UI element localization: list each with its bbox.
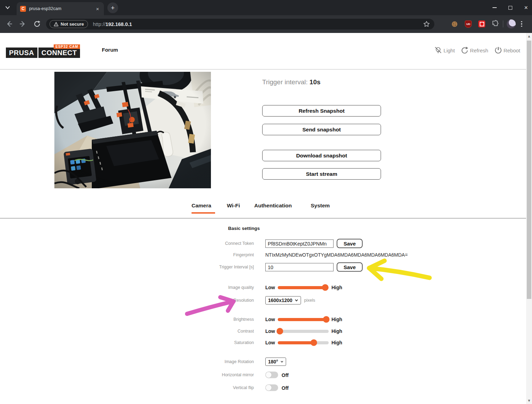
connect-token-row: Connect Token Save (0, 239, 526, 248)
slider-thumb[interactable] (311, 339, 317, 346)
tab-camera[interactable]: Camera (192, 203, 211, 209)
contrast-row: Contrast Low High (0, 326, 526, 336)
bookmark-star-icon[interactable] (423, 20, 430, 28)
profile-avatar[interactable] (507, 19, 516, 28)
image-rotation-select[interactable]: 180° (265, 358, 286, 366)
trigger-interval-value: 10s (310, 78, 321, 86)
window-minimize-icon[interactable] (493, 7, 497, 8)
horizontal-mirror-toggle[interactable] (265, 372, 278, 378)
not-secure-chip[interactable]: Not secure (50, 20, 88, 28)
active-tab-underline (192, 212, 215, 214)
saturation-slider[interactable] (278, 341, 329, 344)
trigger-interval-display: Trigger interval: 10s (262, 78, 320, 86)
start-stream-button[interactable]: Start stream (262, 168, 381, 180)
vertical-flip-toggle[interactable] (265, 385, 278, 391)
url-scheme: http:// (93, 22, 105, 27)
header-divider (0, 69, 526, 70)
extensions-puzzle-icon[interactable] (491, 20, 499, 28)
logo-connect-box: CONNECT ESP32 CAM (38, 48, 80, 58)
back-icon[interactable] (5, 20, 13, 28)
scrollbar-thumb[interactable] (527, 41, 531, 299)
cookie-extension-icon[interactable] (451, 20, 458, 28)
trigger-interval-row: Trigger Interval [s] Save (0, 262, 526, 272)
scroll-up-icon[interactable]: ▲ (526, 33, 532, 39)
logo-prusa-box: PRUSA (6, 48, 37, 58)
address-bar[interactable]: Not secure http:// 192.168.0.1 (46, 19, 434, 29)
image-rotation-row: Image Rotation 180° (0, 357, 526, 367)
esp32-cam-badge: ESP32 CAM (54, 44, 80, 49)
camera-snapshot-image (54, 72, 211, 188)
prusa-favicon-icon: C (20, 6, 26, 12)
page-scrollbar[interactable]: ▲ ▼ (526, 33, 532, 404)
basic-settings-title: Basic settings (0, 226, 260, 231)
connect-token-save-button[interactable]: Save (337, 239, 363, 248)
slider-thumb[interactable] (322, 284, 328, 291)
prusa-connect-logo: PRUSA CONNECT ESP32 CAM (6, 48, 80, 58)
forum-link[interactable]: Forum (102, 47, 118, 53)
slider-thumb[interactable] (276, 328, 283, 335)
camera-snapshot (54, 72, 211, 188)
extensions-row: UD (451, 19, 525, 28)
vertical-flip-row: Vertical flip Off (0, 383, 526, 393)
window-maximize-icon[interactable] (508, 6, 512, 10)
forward-icon[interactable] (19, 20, 27, 28)
brightness-slider[interactable] (278, 318, 329, 321)
brightness-row: Brightness Low High (0, 315, 526, 324)
refresh-icon (460, 46, 469, 55)
shield-extension-icon[interactable]: UD (465, 20, 472, 28)
prusa-cam-page: PRUSA CONNECT ESP32 CAM Forum Light Refr… (0, 33, 532, 404)
reboot-button[interactable]: Reboot (494, 46, 520, 55)
window-controls: × (493, 0, 528, 15)
tabs-divider (0, 218, 526, 219)
trigger-interval-save-button[interactable]: Save (337, 263, 363, 272)
url-host: 192.168.0.1 (105, 22, 132, 27)
header-actions: Light Refresh Reboot (434, 46, 520, 55)
send-snapshot-button[interactable]: Send snapshot (262, 124, 381, 135)
tab-search-chevron-icon[interactable] (5, 5, 10, 10)
light-bulb-off-icon (434, 46, 443, 55)
saturation-row: Saturation Low High (0, 338, 526, 347)
browser-tab[interactable]: C prusa-esp32cam × (17, 2, 104, 15)
image-quality-slider[interactable] (278, 286, 329, 289)
browser-chrome: C prusa-esp32cam × + × (0, 0, 532, 33)
tab-strip: C prusa-esp32cam × + × (0, 0, 532, 15)
reload-icon[interactable] (33, 20, 41, 28)
browser-menu-icon[interactable] (518, 20, 525, 28)
refresh-button[interactable]: Refresh (460, 46, 488, 55)
refresh-snapshot-button[interactable]: Refresh Snapshot (262, 105, 381, 117)
download-snapshot-button[interactable]: Download snapshot (262, 150, 381, 161)
window-close-icon[interactable]: × (524, 5, 528, 11)
tab-wifi[interactable]: Wi-Fi (227, 203, 240, 209)
toolbar-separator (503, 20, 503, 27)
fingerprint-value: NTIxMzMyNDEwOTgxOTYgMDA6MDA6MDA6MDA6MDA6… (265, 252, 408, 258)
tab-authentication[interactable]: Authentication (254, 203, 292, 209)
tab-system[interactable]: System (311, 203, 330, 209)
new-tab-button[interactable]: + (107, 2, 118, 13)
contrast-slider[interactable] (278, 330, 329, 333)
tab-close-icon[interactable]: × (95, 6, 100, 12)
scroll-down-icon[interactable]: ▼ (526, 398, 532, 404)
image-quality-row: Image quality Low High (0, 283, 526, 292)
resolution-row: Resolution 1600x1200 pixels (0, 295, 526, 305)
connect-token-input[interactable] (265, 239, 334, 248)
trigger-interval-input[interactable] (265, 263, 334, 271)
red-extension-icon[interactable] (478, 20, 485, 27)
chevron-down-icon (281, 360, 283, 363)
resolution-select[interactable]: 1600x1200 (265, 296, 301, 304)
slider-thumb[interactable] (323, 316, 329, 323)
chevron-down-icon (295, 299, 298, 302)
tab-title: prusa-esp32cam (29, 6, 95, 11)
light-button[interactable]: Light (434, 46, 455, 55)
warning-icon (54, 22, 59, 26)
horizontal-mirror-row: Horizontal mirror Off (0, 370, 526, 380)
fingerprint-row: Fingerprint NTIxMzMyNDEwOTgxOTYgMDA6MDA6… (0, 250, 526, 260)
security-label: Not secure (61, 22, 84, 27)
browser-toolbar: Not secure http:// 192.168.0.1 UD (0, 15, 532, 33)
reboot-power-icon (494, 46, 503, 55)
